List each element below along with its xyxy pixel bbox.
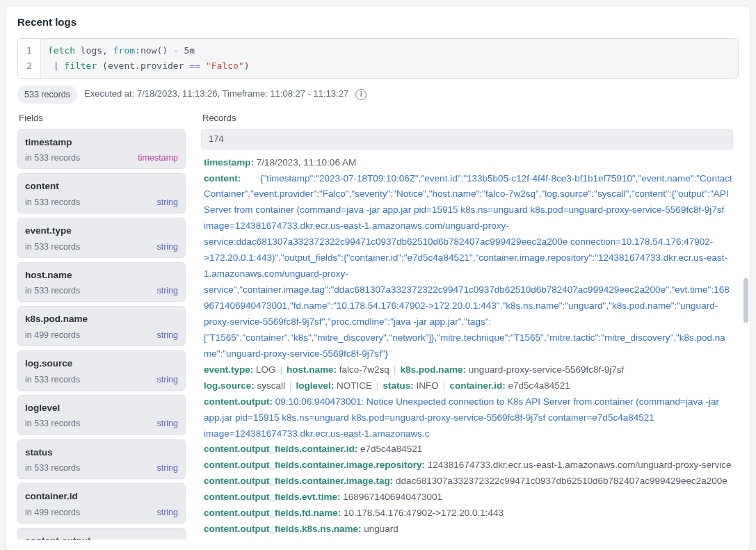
gutter-line2: 2	[26, 58, 32, 74]
code-area[interactable]: fetch logs, from:now() - 5m | filter (ev…	[41, 39, 257, 78]
kv-val: INFO	[414, 380, 439, 391]
kv-key: content.output_fields.evt.time:	[204, 492, 341, 502]
separator-pipe: |	[443, 380, 446, 391]
field-card[interactable]: host.namein 533 recordsstring	[17, 262, 186, 302]
query-line-1: fetch logs, from:now() - 5m	[48, 43, 250, 58]
record-meta2: log.source: syscall|loglevel: NOTICE|sta…	[204, 378, 733, 394]
output-field-pair: content.output_fields.container.image.ta…	[204, 474, 733, 490]
field-name: loglevel	[25, 401, 178, 415]
field-count: in 499 records	[25, 506, 80, 519]
kv-key: event.type:	[204, 364, 253, 375]
field-name: log.source	[25, 357, 178, 371]
kv-val: NOTICE	[334, 380, 372, 391]
query-line-2: | filter (event.provider == "Falco")	[48, 58, 250, 74]
kv-key: loglevel:	[296, 380, 335, 391]
field-type: string	[156, 417, 178, 430]
gutter-line1: 1	[26, 43, 32, 58]
field-type: timestamp	[138, 152, 178, 164]
field-name: timestamp	[25, 136, 178, 149]
field-type: string	[156, 373, 178, 386]
kv-key: host.name:	[287, 364, 337, 375]
field-card[interactable]: loglevelin 533 recordsstring	[17, 395, 186, 435]
kv-key: content.output_fields.container.image.re…	[204, 460, 425, 470]
record-body: timestamp: 7/18/2023, 11:10:06 AM conten…	[201, 155, 733, 540]
records-header: Records	[201, 111, 739, 129]
kv-val: 124381674733.dkr.ecr.us-east-1.amazonaws…	[428, 460, 732, 470]
field-name: container.id	[25, 490, 178, 503]
record-meta1: event.type: LOG|host.name: falco-7w2sq|k…	[204, 362, 733, 378]
query-editor[interactable]: 1 2 fetch logs, from:now() - 5m | filter…	[17, 38, 739, 79]
field-card[interactable]: container.idin 499 recordsstring	[17, 483, 186, 524]
field-name: status	[25, 446, 178, 460]
kv-val: unguard-proxy-service-5569fc8f-9j7sf	[466, 364, 624, 375]
field-name: event.type	[25, 224, 178, 238]
fields-list[interactable]: timestampin 533 recordstimestampcontenti…	[17, 129, 191, 540]
separator-pipe: |	[280, 364, 283, 375]
kv-key: content.output_fields.fd.name:	[204, 508, 341, 518]
field-count: in 499 records	[25, 329, 80, 341]
field-card[interactable]: log.sourcein 533 recordsstring	[17, 350, 186, 391]
kv-val: e7d5c4a84521	[360, 444, 422, 454]
field-type: string	[156, 462, 178, 474]
field-name: content.output	[25, 534, 178, 540]
record-output-fields: content.output_fields.container.id: e7d5…	[204, 442, 733, 539]
kv-key: content.output_fields.container.id:	[204, 444, 357, 454]
separator-pipe: |	[289, 380, 292, 391]
kv-key: container.id:	[449, 380, 505, 391]
records-panel[interactable]: 174 timestamp: 7/18/2023, 11:10:06 AM co…	[201, 129, 739, 540]
field-card[interactable]: contentin 533 recordsstring	[17, 173, 186, 213]
kv-val: syscall	[255, 380, 285, 391]
fields-header: Fields	[17, 111, 191, 129]
field-count: in 533 records	[25, 196, 80, 209]
record-output: content.output: 09:10:06.940473001: Noti…	[204, 394, 733, 442]
field-count: in 533 records	[25, 152, 80, 164]
field-name: k8s.pod.name	[25, 312, 178, 326]
recent-logs-card: Recent logs 1 2 fetch logs, from:now() -…	[6, 6, 750, 550]
output-field-pair: content.output_fields.container.image.re…	[204, 458, 733, 474]
kv-val: unguard	[364, 524, 399, 534]
kv-val: LOG	[253, 364, 275, 375]
separator-pipe: |	[376, 380, 379, 391]
field-type: string	[156, 241, 178, 253]
line-gutter: 1 2	[18, 39, 41, 78]
field-type: string	[156, 196, 178, 209]
output-field-pair: content.output_fields.k8s.pod.name: ungu…	[204, 537, 733, 540]
kv-val: 10.178.54.176:47902->172.20.0.1:443	[344, 508, 504, 518]
output-field-pair: content.output_fields.k8s.ns.name: ungua…	[204, 521, 733, 537]
kv-key: log.source:	[204, 380, 255, 391]
outer-scrollbar-thumb[interactable]	[743, 278, 748, 323]
field-card[interactable]: event.typein 533 recordsstring	[17, 218, 186, 258]
separator-pipe: |	[394, 364, 396, 375]
field-count: in 533 records	[25, 373, 80, 386]
field-name: content	[25, 179, 178, 193]
field-type: string	[156, 329, 178, 341]
field-card[interactable]: timestampin 533 recordstimestamp	[17, 129, 186, 170]
record-index[interactable]: 174	[201, 129, 733, 149]
field-type: string	[156, 284, 178, 297]
execution-status-text: Executed at: 7/18/2023, 11:13:26, Timefr…	[84, 88, 348, 101]
kv-val: ddac681307a332372322c99471c0937db62510d6…	[396, 476, 727, 486]
output-field-pair: content.output_fields.fd.name: 10.178.54…	[204, 505, 733, 521]
execution-status-bar: 533 records Executed at: 7/18/2023, 11:1…	[17, 86, 739, 104]
kv-key: content.output_fields.container.image.ta…	[204, 476, 393, 486]
field-count: in 533 records	[25, 462, 80, 474]
field-count: in 533 records	[25, 417, 80, 430]
output-field-pair: content.output_fields.container.id: e7d5…	[204, 442, 733, 458]
output-field-pair: content.output_fields.evt.time: 16896714…	[204, 490, 733, 505]
field-type: string	[156, 506, 178, 519]
kv-key: content.output_fields.k8s.ns.name:	[204, 524, 362, 534]
kv-val: falco-7w2sq	[337, 364, 389, 375]
records-count-chip[interactable]: 533 records	[17, 86, 77, 104]
kv-key: k8s.pod.name:	[400, 364, 466, 375]
record-content: content: {"timestamp":"2023-07-18T09:10:…	[204, 171, 733, 362]
field-name: host.name	[25, 268, 178, 282]
field-card[interactable]: statusin 533 recordsstring	[17, 439, 186, 480]
info-icon[interactable]: i	[355, 89, 367, 100]
field-card[interactable]: content.outputin 533 recordsstring	[17, 528, 186, 540]
record-timestamp: timestamp: 7/18/2023, 11:10:06 AM	[204, 155, 733, 171]
kv-val: e7d5c4a84521	[506, 380, 570, 391]
panel-title: Recent logs	[17, 15, 739, 30]
field-card[interactable]: k8s.pod.namein 499 recordsstring	[17, 306, 186, 346]
kv-val: 1689671406940473001	[343, 492, 442, 502]
kv-key: status:	[383, 380, 414, 391]
